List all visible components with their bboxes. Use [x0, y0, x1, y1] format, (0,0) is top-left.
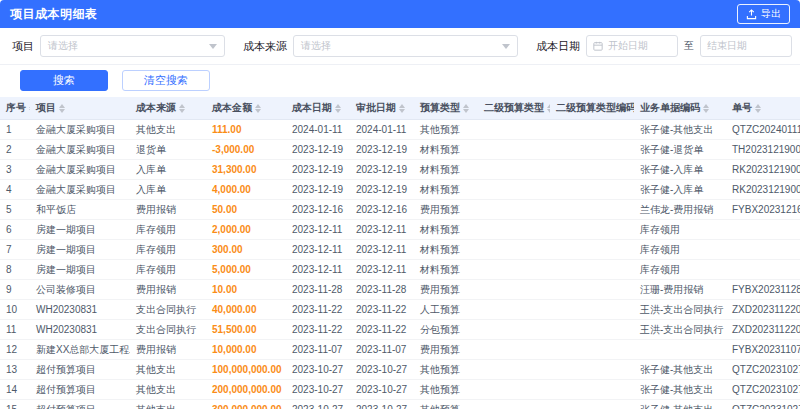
cell-doc-code: 张子健-退货单 [634, 140, 726, 160]
cost-source-select[interactable]: 请选择 [293, 35, 518, 57]
sort-icon[interactable] [547, 104, 550, 113]
column-header-cost-amount[interactable]: 成本金额 [206, 97, 286, 120]
date-range-separator: 至 [684, 39, 694, 53]
cell-cost-source: 其他支出 [130, 380, 206, 400]
sort-icon[interactable] [755, 104, 761, 113]
cell-sub-budget-type [478, 180, 550, 200]
cell-cost-date: 2024-01-11 [286, 120, 350, 140]
export-button[interactable]: 导出 [737, 4, 790, 24]
cell-order-no: QTZC20231027002 [726, 380, 800, 400]
cell-order-no: ZXD20231122001 [726, 320, 800, 340]
cell-order-no: ZXD20231122002 [726, 300, 800, 320]
cell-sub-budget-type [478, 300, 550, 320]
cell-cost-source: 费用报销 [130, 200, 206, 220]
sort-icon[interactable] [255, 104, 261, 113]
cell-approval-date: 2023-10-27 [350, 360, 414, 380]
end-date-input[interactable]: 结束日期 [700, 35, 792, 57]
column-header-cost-date[interactable]: 成本日期 [286, 97, 350, 120]
cell-index: 11 [0, 320, 30, 340]
chevron-down-icon [209, 44, 217, 49]
cell-project: 公司装修项目 [30, 280, 130, 300]
table-row: 13超付预算项目其他支出100,000,000.002023-10-272023… [0, 360, 800, 380]
sort-icon[interactable] [335, 104, 341, 113]
table-row: 5和平饭店费用报销50.002023-12-162023-12-16费用预算兰伟… [0, 200, 800, 220]
table-row: 8房建一期项目库存领用5,000.002023-12-112023-12-11材… [0, 260, 800, 280]
sort-icon[interactable] [399, 104, 405, 113]
column-header-approval-date[interactable]: 审批日期 [350, 97, 414, 120]
table-row: 2金融大厦采购项目退货单-3,000.002023-12-192023-12-1… [0, 140, 800, 160]
cell-cost-date: 2023-12-16 [286, 200, 350, 220]
cell-cost-source: 支出合同执行 [130, 300, 206, 320]
column-header-sub-budget-type[interactable]: 二级预算类型 [478, 97, 550, 120]
cell-sub-budget-type [478, 160, 550, 180]
cell-cost-date: 2023-12-19 [286, 160, 350, 180]
cell-budget-type: 费用预算 [414, 280, 478, 300]
cell-sub-budget-code [550, 300, 634, 320]
column-header-cost-source[interactable]: 成本来源 [130, 97, 206, 120]
table-row: 1金融大厦采购项目其他支出111.002024-01-112024-01-11其… [0, 120, 800, 140]
cell-cost-amount: 51,500.00 [206, 320, 286, 340]
page-title: 项目成本明细表 [10, 6, 98, 23]
sort-icon[interactable] [703, 104, 709, 113]
cell-order-no: QTZC20240111001 [726, 120, 800, 140]
cell-project: 和平饭店 [30, 200, 130, 220]
cell-sub-budget-type [478, 320, 550, 340]
cell-budget-type: 其他预算 [414, 120, 478, 140]
cell-doc-code: 张子健-入库单 [634, 160, 726, 180]
cell-doc-code: 王洪-支出合同执行 [634, 300, 726, 320]
column-header-sub-budget-code[interactable]: 二级预算类型编码 [550, 97, 634, 120]
cell-cost-source: 入库单 [130, 180, 206, 200]
cell-index: 7 [0, 240, 30, 260]
cell-index: 1 [0, 120, 30, 140]
cell-doc-code: 库存领用 [634, 220, 726, 240]
cost-source-placeholder: 请选择 [301, 39, 331, 53]
calendar-icon [593, 37, 603, 55]
sort-icon[interactable] [59, 104, 65, 113]
cell-doc-code: 汪珊-费用报销 [634, 280, 726, 300]
cell-cost-date: 2023-12-19 [286, 180, 350, 200]
search-button[interactable]: 搜索 [20, 70, 108, 91]
cell-doc-code: 王洪-支出合同执行 [634, 320, 726, 340]
cell-cost-amount: 111.00 [206, 120, 286, 140]
cell-sub-budget-code [550, 320, 634, 340]
cell-approval-date: 2024-01-11 [350, 120, 414, 140]
table-row: 12新建XX总部大厦工程二期费用报销10,000.002023-11-07202… [0, 340, 800, 360]
cell-doc-code: 库存领用 [634, 260, 726, 280]
cell-cost-amount: 100,000,000.00 [206, 360, 286, 380]
table-row: 15超付预算项目其他支出300,000,000.002023-10-272023… [0, 400, 800, 409]
cell-sub-budget-type [478, 340, 550, 360]
column-header-budget-type[interactable]: 预算类型 [414, 97, 478, 120]
cell-cost-date: 2023-11-07 [286, 340, 350, 360]
cell-cost-amount: 50.00 [206, 200, 286, 220]
column-header-order-no[interactable]: 单号 [726, 97, 800, 120]
project-select[interactable]: 请选择 [40, 35, 225, 57]
cell-order-no: FYBX20231128001 [726, 280, 800, 300]
cell-approval-date: 2023-12-19 [350, 180, 414, 200]
cell-cost-amount: 31,300.00 [206, 160, 286, 180]
table-row: 11WH20230831支出合同执行51,500.002023-11-22202… [0, 320, 800, 340]
cell-sub-budget-code [550, 380, 634, 400]
cell-index: 12 [0, 340, 30, 360]
cell-cost-date: 2023-10-27 [286, 360, 350, 380]
cost-source-filter: 成本来源 请选择 [243, 35, 518, 57]
cell-sub-budget-code [550, 280, 634, 300]
cell-approval-date: 2023-11-22 [350, 320, 414, 340]
cell-sub-budget-code [550, 400, 634, 409]
cell-index: 13 [0, 360, 30, 380]
cell-cost-source: 支出合同执行 [130, 320, 206, 340]
cell-budget-type: 材料预算 [414, 220, 478, 240]
start-date-input[interactable]: 开始日期 [586, 35, 678, 57]
column-header-doc-code[interactable]: 业务单据编码 [634, 97, 726, 120]
cell-cost-amount: 4,000.00 [206, 180, 286, 200]
cell-cost-source: 其他支出 [130, 120, 206, 140]
sort-icon[interactable] [29, 104, 30, 113]
column-header-index[interactable]: 序号 [0, 97, 30, 120]
clear-search-button[interactable]: 清空搜索 [122, 70, 210, 91]
cell-budget-type: 材料预算 [414, 240, 478, 260]
cell-project: 超付预算项目 [30, 400, 130, 409]
sort-icon[interactable] [179, 104, 185, 113]
cell-cost-date: 2023-12-19 [286, 140, 350, 160]
cell-cost-amount: 10.00 [206, 280, 286, 300]
column-header-project[interactable]: 项目 [30, 97, 130, 120]
sort-icon[interactable] [463, 104, 469, 113]
